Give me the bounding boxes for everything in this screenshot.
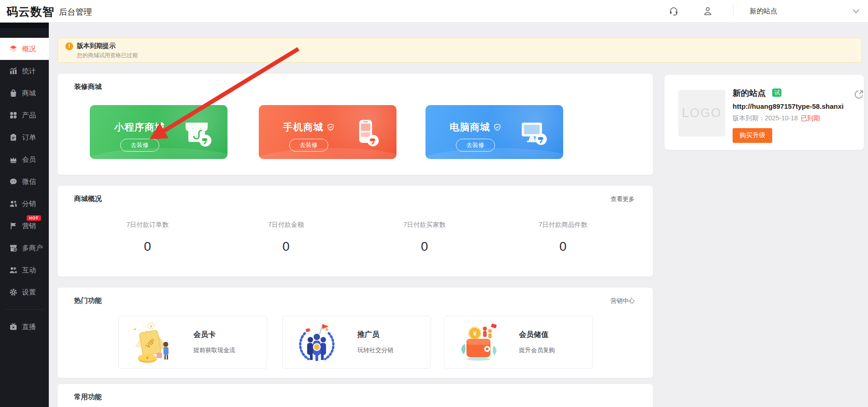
site-logo-placeholder: LOGO <box>678 90 725 136</box>
sidebar-item-products[interactable]: 产品 <box>0 104 49 126</box>
sidebar-item-wechat[interactable]: 微信 <box>0 171 49 193</box>
sidebar-item-label: 商城 <box>22 89 36 98</box>
sidebar-item-label: 多商户 <box>22 244 43 253</box>
mall-overview-card: 商城概况 查看更多 7日付款订单数 0 7日付款金额 0 7日付款买家数 0 7… <box>58 186 653 277</box>
promo-title: 小程序商城 <box>114 121 165 134</box>
marketing-flag-icon <box>9 221 18 230</box>
view-more-link[interactable]: 查看更多 <box>611 195 635 203</box>
feature-title: 会员储值 <box>519 330 555 340</box>
top-header: 码云数智 后台管理 新的站点 <box>0 0 868 22</box>
alert-description: 您的商城试用资格已过期 <box>77 52 854 59</box>
app-subtitle: 后台管理 <box>59 6 92 18</box>
sidebar-item-label: 营销 <box>22 222 36 230</box>
current-site-name[interactable]: 新的站点 <box>750 7 777 16</box>
wechat-icon <box>9 177 18 186</box>
products-grid-icon <box>9 111 18 120</box>
hot-features-card: 热门功能 营销中心 VIP ¥ ¥ <box>58 288 653 378</box>
section-heading: 热门功能 <box>74 296 102 305</box>
sidebar-item-orders[interactable]: 订单 <box>0 126 49 148</box>
header-divider <box>733 5 734 17</box>
decorate-button[interactable]: 去装修 <box>289 139 328 152</box>
feature-title: 推广员 <box>357 330 393 340</box>
version-expire-alert: ! 版本到期提示 您的商城试用资格已过期 <box>58 38 862 63</box>
svg-text:¥: ¥ <box>149 324 152 329</box>
shield-check-icon <box>327 124 334 131</box>
headset-icon[interactable] <box>669 6 679 16</box>
stats-row: 7日付款订单数 0 7日付款金额 0 7日付款买家数 0 7日付款商品件数 0 <box>78 221 632 254</box>
vip-card-illustration: VIP ¥ ¥ <box>131 320 175 365</box>
sidebar-item-interaction[interactable]: 互动 <box>0 259 49 281</box>
app-logo: 码云数智 <box>6 4 54 19</box>
site-info-panel: LOGO 新的站点 试 http://huang897157type-58.sh… <box>664 75 864 150</box>
sidebar-item-label: 概况 <box>22 45 36 53</box>
marketing-center-link[interactable]: 营销中心 <box>611 297 635 305</box>
sidebar-item-label: 直播 <box>22 323 36 331</box>
expire-status: 已到期 <box>801 114 820 122</box>
site-name-row: 新的站点 试 <box>733 88 854 99</box>
feature-desc: 玩转社交分销 <box>357 346 393 354</box>
stat-paid-amount: 7日付款金额 0 <box>217 221 355 254</box>
distribution-users-icon <box>9 199 18 208</box>
expire-row: 版本到期：2025-10-18已到期 <box>733 114 854 123</box>
promoter-illustration <box>295 320 339 365</box>
sidebar-item-label: 产品 <box>22 111 36 120</box>
order-clipboard-icon <box>9 133 18 142</box>
sidebar-item-marketing[interactable]: 营销 HOT <box>0 215 49 237</box>
sidebar-item-statistics[interactable]: 统计 <box>0 60 49 82</box>
sidebar-item-label: 设置 <box>22 288 36 297</box>
miniprogram-store-icon <box>180 115 214 149</box>
promo-title: 手机商城 <box>283 121 324 134</box>
sidebar-item-overview[interactable]: 概况 <box>0 38 49 60</box>
sidebar-item-mall[interactable]: 商城 <box>0 82 49 104</box>
sidebar-item-live[interactable]: 直播 <box>0 316 49 338</box>
sidebar-item-label: 会员 <box>22 155 36 164</box>
svg-text:¥: ¥ <box>473 330 477 337</box>
open-site-icon[interactable] <box>854 89 864 100</box>
sidebar-item-distribution[interactable]: 分销 <box>0 193 49 215</box>
mobile-mall-card[interactable]: 手机商城 去装修 <box>259 105 396 159</box>
decorate-mall-card: 装修商城 小程序商城 去装修 手机商城 <box>58 74 653 175</box>
interaction-users-icon <box>9 265 18 275</box>
sidebar-item-settings[interactable]: 设置 <box>0 281 49 303</box>
shop-bag-icon <box>9 88 18 98</box>
feature-desc: 提升会员复购 <box>519 346 555 354</box>
pc-mall-card[interactable]: 电脑商城 去装修 <box>425 105 563 159</box>
user-icon[interactable] <box>703 6 713 16</box>
shield-check-icon <box>494 124 501 131</box>
gear-icon <box>9 288 18 297</box>
site-url[interactable]: http://huang897157type-58.shanxi... <box>733 102 844 110</box>
sidebar-item-label: 订单 <box>22 133 36 142</box>
sidebar-item-multistore[interactable]: 多商户 <box>0 237 49 259</box>
sidebar-divider <box>6 309 43 310</box>
expire-date: 2025-10-18 <box>765 114 798 122</box>
feature-desc: 提前获取现金流 <box>193 346 235 354</box>
trial-badge: 试 <box>772 88 781 97</box>
mobile-phone-icon <box>349 115 383 149</box>
crown-icon <box>9 155 18 164</box>
bar-chart-icon <box>9 66 18 76</box>
alert-title: 版本到期提示 <box>77 42 116 50</box>
multi-store-icon <box>9 243 18 253</box>
stat-paid-buyers: 7日付款买家数 0 <box>355 221 494 254</box>
hot-badge: HOT <box>27 215 41 221</box>
feature-promoter[interactable]: 推广员 玩转社交分销 <box>282 316 431 369</box>
section-heading: 商城概况 <box>74 195 102 203</box>
section-heading: 常用功能 <box>74 393 102 401</box>
miniprogram-mall-card[interactable]: 小程序商城 去装修 <box>90 105 227 159</box>
sidebar-item-label: 微信 <box>22 177 36 186</box>
upgrade-button[interactable]: 购买升级 <box>733 128 772 143</box>
live-tv-icon <box>9 322 18 331</box>
feature-title: 会员卡 <box>193 330 235 340</box>
common-functions-card: 常用功能 <box>58 384 653 407</box>
decorate-button[interactable]: 去装修 <box>456 139 495 152</box>
chevron-down-icon[interactable] <box>853 9 859 13</box>
svg-text:¥: ¥ <box>146 355 149 360</box>
decorate-button[interactable]: 去装修 <box>120 139 159 152</box>
stat-paid-items: 7日付款商品件数 0 <box>494 221 632 254</box>
sidebar-item-label: 统计 <box>22 67 36 76</box>
feature-member-card[interactable]: VIP ¥ ¥ 会员卡 提前获取现金流 <box>118 316 267 369</box>
sidebar-item-label: 互动 <box>22 266 36 275</box>
feature-stored-value[interactable]: ¥ 会员储值 提升会员复购 <box>444 316 593 369</box>
expire-label: 版本到期： <box>733 114 765 122</box>
sidebar-item-members[interactable]: 会员 <box>0 148 49 171</box>
